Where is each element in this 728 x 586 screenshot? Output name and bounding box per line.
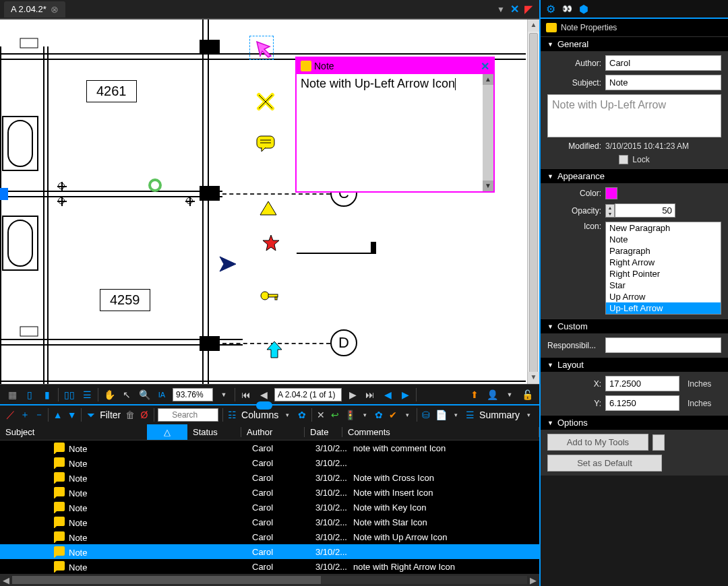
- pan-tool-icon[interactable]: ✋: [102, 388, 116, 401]
- col-date[interactable]: Date: [305, 427, 342, 437]
- icon-option[interactable]: Right Arrow: [606, 257, 721, 268]
- close-tab-icon[interactable]: ⊗: [51, 4, 59, 15]
- user-icon[interactable]: 👤: [485, 388, 499, 401]
- comment-markup-icon[interactable]: [256, 135, 276, 153]
- zoom-level-input[interactable]: [173, 388, 213, 401]
- settings-icon[interactable]: ✿: [374, 408, 384, 422]
- cross-markup-icon[interactable]: [256, 92, 275, 111]
- note-popup-titlebar[interactable]: Note ✕: [297, 58, 493, 74]
- note-popup[interactable]: Note ✕ Note with Up-Left Arrow Icon ▲▼: [295, 57, 495, 193]
- tab-menu-chevron-icon[interactable]: ▼: [494, 5, 508, 14]
- icon-option[interactable]: Up Arrow: [606, 291, 721, 302]
- col-status[interactable]: Status: [187, 427, 241, 437]
- remove-markup-icon[interactable]: －: [34, 408, 44, 422]
- author-input[interactable]: [605, 55, 721, 71]
- table-row[interactable]: Note Carol 3/10/2...: [0, 455, 539, 470]
- icon-select-list[interactable]: New ParagraphNoteParagraphRight ArrowRig…: [605, 222, 721, 315]
- columns-dropdown-icon[interactable]: ▾: [282, 408, 293, 422]
- trash-icon[interactable]: 🗑: [125, 408, 135, 422]
- list-icon[interactable]: ☰: [465, 408, 475, 422]
- summary-label[interactable]: Summary: [479, 410, 520, 420]
- icon-option[interactable]: Note: [606, 234, 721, 245]
- sort-indicator-icon[interactable]: △: [147, 424, 187, 440]
- close-all-tabs-icon[interactable]: ✕: [508, 3, 522, 15]
- col-comments[interactable]: Comments: [342, 427, 539, 437]
- upload-icon[interactable]: ⬆: [468, 388, 481, 401]
- right-pointer-markup-icon[interactable]: [218, 255, 239, 273]
- opacity-input[interactable]: [615, 203, 675, 218]
- 3d-icon[interactable]: ⬢: [579, 3, 588, 15]
- set-default-button[interactable]: Set as Default: [547, 455, 662, 471]
- user-dropdown-icon[interactable]: ▼: [503, 388, 516, 401]
- table-row[interactable]: Note Carol 3/10/2...: [0, 544, 539, 559]
- prev-view-icon[interactable]: ◀: [381, 388, 394, 401]
- columns-icon[interactable]: ☷: [227, 408, 237, 422]
- color-swatch[interactable]: [605, 187, 617, 199]
- next-page-icon[interactable]: ▶: [346, 388, 359, 401]
- panel-split-handle-icon[interactable]: [256, 401, 272, 410]
- icon-option[interactable]: Right Pointer: [606, 268, 721, 280]
- subject-input[interactable]: [605, 75, 721, 90]
- section-appearance[interactable]: ▼Appearance: [541, 168, 728, 183]
- table-row[interactable]: Note Carol 3/10/2... note with Right Arr…: [0, 559, 539, 574]
- next-view-icon[interactable]: ▶: [398, 388, 412, 401]
- single-page-icon[interactable]: ▯: [23, 388, 36, 401]
- table-row[interactable]: Note Carol 3/10/2... Note with Up Arrow …: [0, 529, 539, 544]
- section-layout[interactable]: ▼Layout: [541, 357, 728, 372]
- icon-option[interactable]: Star: [606, 280, 721, 291]
- first-page-icon[interactable]: ⏮: [239, 388, 253, 401]
- up-arrow-markup-icon[interactable]: [266, 340, 283, 360]
- note-popup-body[interactable]: Note with Up-Left Arrow Icon ▲▼: [297, 74, 493, 191]
- prev-page-icon[interactable]: ◀: [257, 388, 270, 401]
- lock-checkbox[interactable]: [619, 155, 628, 164]
- thumbnail-view-icon[interactable]: ▦: [5, 388, 19, 401]
- icon-option[interactable]: Up-Left Arrow: [606, 302, 721, 314]
- select-tool-icon[interactable]: ↖: [120, 388, 133, 401]
- clear-filter-icon[interactable]: Ø: [139, 408, 149, 422]
- icon-option[interactable]: New Paragraph: [606, 222, 721, 234]
- canvas-vertical-scrollbar[interactable]: ▲ ▼: [527, 20, 539, 384]
- markups-indicator-icon[interactable]: ／: [5, 408, 16, 422]
- col-author[interactable]: Author: [241, 427, 305, 437]
- markups-search-input[interactable]: [158, 408, 218, 422]
- icon-option[interactable]: Paragraph: [606, 245, 721, 257]
- zoom-tool-icon[interactable]: 🔍: [138, 388, 151, 401]
- manage-columns-icon[interactable]: ✿: [297, 408, 307, 422]
- pin-icon[interactable]: ◤: [522, 3, 535, 15]
- description-textarea[interactable]: Note with Up-Left Arrow: [547, 94, 721, 137]
- delete-markup-icon[interactable]: ✕: [315, 408, 326, 422]
- import-icon[interactable]: ⛁: [421, 408, 431, 422]
- key-markup-icon[interactable]: [260, 289, 280, 302]
- section-general[interactable]: ▼General: [541, 36, 728, 51]
- export-icon[interactable]: 📄: [435, 408, 447, 422]
- table-row[interactable]: Note Carol 3/10/2... Note with Cross Ico…: [0, 470, 539, 485]
- collapse-up-icon[interactable]: ▲: [53, 408, 63, 422]
- page-indicator-input[interactable]: [274, 388, 342, 401]
- checkmark-annotation-icon[interactable]: [148, 178, 162, 192]
- x-input[interactable]: [605, 376, 679, 391]
- table-row[interactable]: Note Carol 3/10/2... Note with Key Icon: [0, 500, 539, 515]
- up-left-arrow-markup-icon[interactable]: [255, 40, 275, 60]
- opacity-spinner[interactable]: ▲▼: [605, 204, 615, 218]
- star-markup-icon[interactable]: [262, 234, 280, 253]
- two-page-continuous-icon[interactable]: ☰: [80, 388, 94, 401]
- export-dropdown-icon[interactable]: ▾: [451, 408, 461, 422]
- document-tab[interactable]: A 2.04.2* ⊗: [4, 1, 65, 18]
- last-page-icon[interactable]: ⏭: [363, 388, 377, 401]
- reply-icon[interactable]: ↩: [330, 408, 340, 422]
- columns-label[interactable]: Columns: [241, 410, 278, 420]
- responsibility-input[interactable]: [605, 337, 721, 353]
- status-icon[interactable]: 🚦: [344, 408, 356, 422]
- text-select-icon[interactable]: IA: [155, 388, 169, 401]
- add-to-tools-button[interactable]: Add to My Tools: [547, 434, 648, 451]
- status-dropdown-icon[interactable]: ▾: [360, 408, 370, 422]
- document-canvas[interactable]: C D 4261 4259: [0, 19, 539, 384]
- table-row[interactable]: Note Carol 3/10/2... Note with Star Icon: [0, 515, 539, 529]
- check-dropdown-icon[interactable]: ▾: [402, 408, 413, 422]
- markups-horizontal-scrollbar[interactable]: ◀▶: [0, 574, 539, 586]
- lock-icon[interactable]: 🔓: [520, 388, 534, 401]
- checkmark-icon[interactable]: ✔: [388, 408, 398, 422]
- popup-scrollbar[interactable]: ▲▼: [483, 74, 493, 191]
- add-markup-icon[interactable]: ＋: [20, 408, 30, 422]
- binoculars-icon[interactable]: 👀: [562, 4, 572, 13]
